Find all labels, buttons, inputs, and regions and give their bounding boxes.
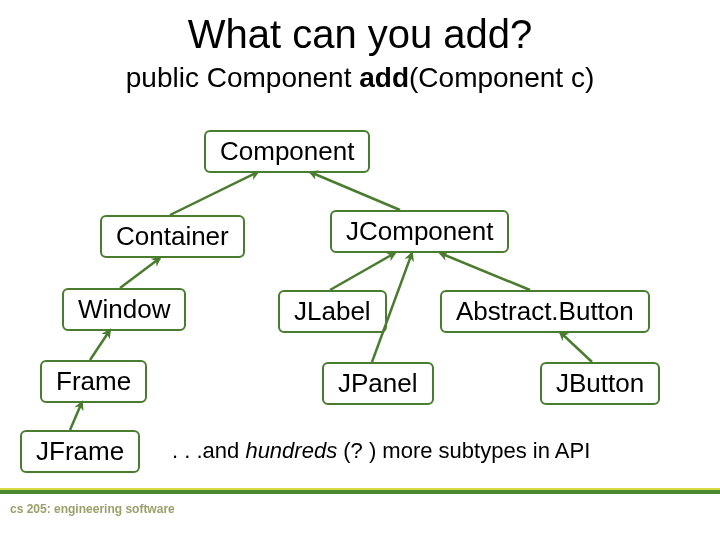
node-component: Component — [204, 130, 370, 173]
svg-line-3 — [90, 330, 110, 360]
svg-line-4 — [70, 402, 82, 430]
node-container: Container — [100, 215, 245, 258]
node-jbutton: JButton — [540, 362, 660, 405]
sig-post: (Component c) — [409, 62, 594, 93]
svg-line-5 — [330, 253, 395, 290]
node-jframe: JFrame — [20, 430, 140, 473]
svg-line-8 — [560, 332, 592, 362]
slide-title: What can you add? — [0, 12, 720, 57]
note-pre: . . .and — [172, 438, 245, 463]
node-window: Window — [62, 288, 186, 331]
node-abstractbutton: Abstract.Button — [440, 290, 650, 333]
node-frame: Frame — [40, 360, 147, 403]
svg-line-0 — [170, 172, 258, 215]
sig-pre: public Component — [126, 62, 359, 93]
subtypes-note: . . .and hundreds (? ) more subtypes in … — [172, 438, 590, 464]
sig-bold: add — [359, 62, 409, 93]
node-jcomponent: JComponent — [330, 210, 509, 253]
node-jlabel: JLabel — [278, 290, 387, 333]
note-post: (? ) more subtypes in API — [337, 438, 590, 463]
svg-line-6 — [440, 253, 530, 290]
node-jpanel: JPanel — [322, 362, 434, 405]
note-italic: hundreds — [245, 438, 337, 463]
footer-rule — [0, 488, 720, 494]
svg-line-2 — [120, 258, 160, 288]
method-signature: public Component add(Component c) — [0, 62, 720, 94]
svg-line-1 — [310, 172, 400, 210]
footer-text: cs 205: engineering software — [10, 502, 175, 516]
